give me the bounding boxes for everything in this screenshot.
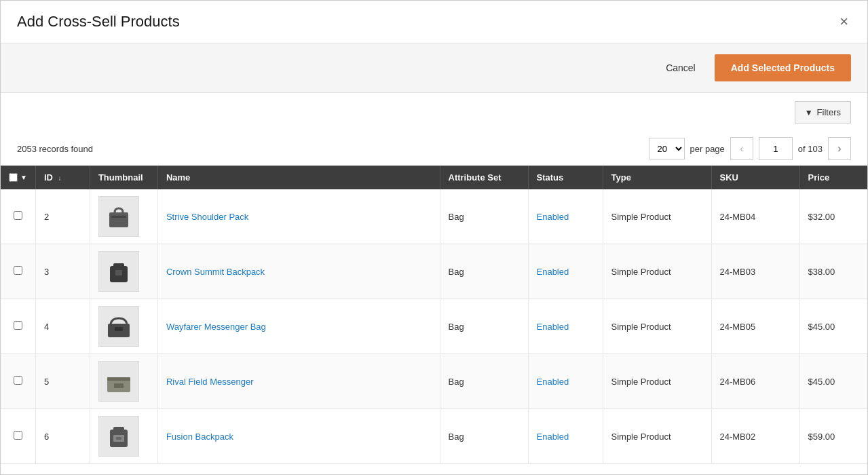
- modal-title: Add Cross-Sell Products: [17, 13, 180, 31]
- row-sku: 24-MB02: [711, 409, 799, 464]
- table-row: 3 Crown Summit Backpack Bag Enabled Simp…: [1, 244, 867, 299]
- next-page-button[interactable]: ›: [828, 137, 851, 160]
- row-type: Simple Product: [603, 189, 711, 244]
- table-row: 2 Strive Shoulder Pack Bag Enabled Simpl…: [1, 189, 867, 244]
- products-table-container: ▼ ID ↓ Thumbnail Name Attribute Set Stat…: [1, 166, 867, 474]
- row-price: $32.00: [799, 189, 867, 244]
- filter-icon: ▼: [805, 108, 813, 117]
- pagination-controls: 20 30 50 per page ‹ of 103 ›: [649, 137, 852, 160]
- row-name: Crown Summit Backpack: [157, 244, 440, 299]
- row-thumbnail: [90, 354, 157, 409]
- th-sku: SKU: [711, 166, 799, 189]
- row-attribute-set: Bag: [440, 299, 528, 354]
- row-checkbox-cell: [1, 244, 35, 299]
- th-id[interactable]: ID ↓: [35, 166, 90, 189]
- row-name: Fusion Backpack: [157, 409, 440, 464]
- product-name-link[interactable]: Crown Summit Backpack: [166, 267, 265, 277]
- svg-rect-0: [109, 212, 128, 227]
- row-price: $38.00: [799, 244, 867, 299]
- row-id: 4: [35, 299, 90, 354]
- row-type: Simple Product: [603, 409, 711, 464]
- row-id: 6: [35, 409, 90, 464]
- filters-bar: ▼ Filters: [1, 93, 867, 132]
- thumbnail-image: [98, 361, 139, 402]
- row-checkbox[interactable]: [14, 376, 22, 385]
- th-price: Price: [799, 166, 867, 189]
- th-attribute-set: Attribute Set: [440, 166, 528, 189]
- add-cross-sell-modal: Add Cross-Sell Products × Cancel Add Sel…: [0, 0, 868, 475]
- thumbnail-image: [98, 196, 139, 237]
- row-name: Rival Field Messenger: [157, 354, 440, 409]
- records-count: 2053 records found: [17, 144, 93, 154]
- row-checkbox-cell: [1, 409, 35, 464]
- row-sku: 24-MB06: [711, 354, 799, 409]
- row-id: 5: [35, 354, 90, 409]
- row-id: 2: [35, 189, 90, 244]
- th-name: Name: [157, 166, 440, 189]
- row-checkbox-cell: [1, 354, 35, 409]
- table-body: 2 Strive Shoulder Pack Bag Enabled Simpl…: [1, 189, 867, 464]
- row-checkbox[interactable]: [14, 266, 22, 275]
- row-attribute-set: Bag: [440, 354, 528, 409]
- pagination-bar: 2053 records found 20 30 50 per page ‹ o…: [1, 132, 867, 166]
- svg-rect-3: [113, 263, 124, 267]
- row-thumbnail: [90, 189, 157, 244]
- thumbnail-image: [98, 306, 139, 347]
- row-checkbox-cell: [1, 189, 35, 244]
- row-name: Strive Shoulder Pack: [157, 189, 440, 244]
- th-status: Status: [528, 166, 603, 189]
- row-name: Wayfarer Messenger Bag: [157, 299, 440, 354]
- table-row: 4 Wayfarer Messenger Bag Bag Enabled Sim…: [1, 299, 867, 354]
- cancel-button[interactable]: Cancel: [655, 57, 706, 79]
- row-status: Enabled: [528, 244, 603, 299]
- per-page-label: per page: [690, 144, 725, 154]
- row-attribute-set: Bag: [440, 189, 528, 244]
- svg-rect-4: [115, 270, 122, 276]
- row-status: Enabled: [528, 189, 603, 244]
- current-page-input[interactable]: [759, 137, 793, 160]
- row-checkbox[interactable]: [14, 211, 22, 220]
- row-type: Simple Product: [603, 244, 711, 299]
- th-checkbox: ▼: [1, 166, 35, 189]
- id-sort-icon: ↓: [58, 174, 62, 182]
- th-type: Type: [603, 166, 711, 189]
- row-type: Simple Product: [603, 354, 711, 409]
- checkbox-dropdown-icon[interactable]: ▼: [20, 174, 27, 181]
- row-attribute-set: Bag: [440, 409, 528, 464]
- table-row: 5 Rival Field Messenger Bag Enabled Simp…: [1, 354, 867, 409]
- row-price: $59.00: [799, 409, 867, 464]
- row-price: $45.00: [799, 354, 867, 409]
- product-name-link[interactable]: Rival Field Messenger: [166, 377, 254, 387]
- product-name-link[interactable]: Wayfarer Messenger Bag: [166, 322, 266, 332]
- row-status: Enabled: [528, 299, 603, 354]
- row-status: Enabled: [528, 354, 603, 409]
- close-button[interactable]: ×: [837, 12, 851, 32]
- product-name-link[interactable]: Fusion Backpack: [166, 432, 233, 442]
- thumbnail-image: [98, 416, 139, 457]
- row-id: 3: [35, 244, 90, 299]
- row-type: Simple Product: [603, 299, 711, 354]
- svg-rect-6: [115, 327, 123, 331]
- row-checkbox[interactable]: [14, 431, 22, 440]
- of-pages: of 103: [798, 144, 823, 154]
- prev-page-button[interactable]: ‹: [730, 137, 753, 160]
- select-all-checkbox[interactable]: [9, 173, 18, 182]
- row-sku: 24-MB03: [711, 244, 799, 299]
- row-price: $45.00: [799, 299, 867, 354]
- products-table: ▼ ID ↓ Thumbnail Name Attribute Set Stat…: [1, 166, 867, 464]
- per-page-select[interactable]: 20 30 50: [649, 138, 685, 159]
- svg-rect-11: [113, 427, 124, 431]
- row-thumbnail: [90, 409, 157, 464]
- row-sku: 24-MB05: [711, 299, 799, 354]
- filters-label: Filters: [817, 107, 841, 117]
- row-checkbox[interactable]: [14, 321, 22, 330]
- table-row: 6 Fusion Backpack Bag Enabled Simple Pro…: [1, 409, 867, 464]
- svg-rect-8: [107, 377, 130, 381]
- filters-button[interactable]: ▼ Filters: [795, 101, 851, 124]
- add-selected-products-button[interactable]: Add Selected Products: [715, 54, 851, 81]
- product-name-link[interactable]: Strive Shoulder Pack: [166, 212, 248, 222]
- row-status: Enabled: [528, 409, 603, 464]
- row-attribute-set: Bag: [440, 244, 528, 299]
- row-thumbnail: [90, 299, 157, 354]
- row-thumbnail: [90, 244, 157, 299]
